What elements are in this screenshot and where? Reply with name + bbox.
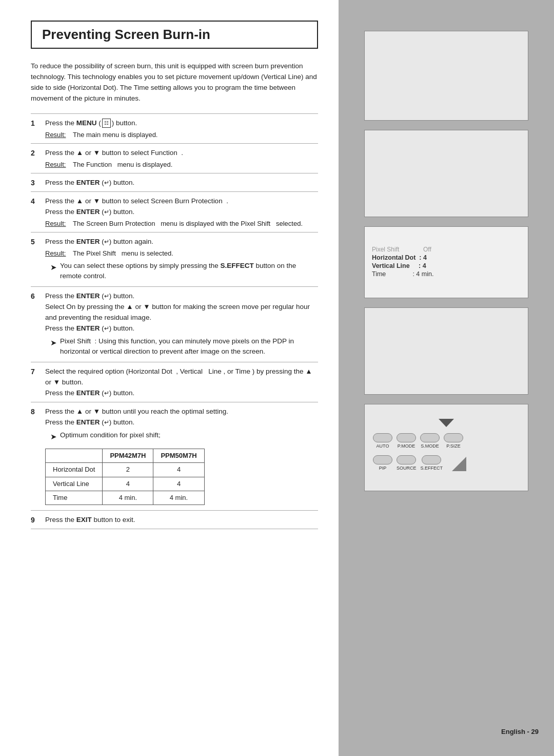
- step-row: 9 Press the EXIT button to exit.: [31, 510, 318, 529]
- remote-btn-source: SOURCE: [397, 455, 417, 471]
- step-number: 1: [31, 118, 45, 127]
- remote-label-seffect: S.EFFECT: [421, 466, 443, 471]
- step-content: Press the EXIT button to exit.: [45, 515, 318, 526]
- svg-marker-0: [439, 419, 454, 427]
- table-cell-label: Vertical Line: [46, 477, 103, 491]
- step-row: 3 Press the ENTER (↵) button.: [31, 173, 318, 191]
- step-content: Press the ENTER (↵) button.: [45, 178, 318, 188]
- table-row: Horizontal Dot 2 4: [46, 463, 205, 477]
- note-row: ➤ Pixel Shift : Using this function, you…: [50, 334, 318, 359]
- pixel-shift-table: PPM42M7H PPM50M7H Horizontal Dot 2 4: [45, 449, 205, 505]
- note-text: You can select these options by simply p…: [60, 261, 318, 282]
- table-cell-value: 4: [153, 463, 204, 477]
- svg-marker-1: [452, 457, 466, 471]
- step-number: 9: [31, 515, 45, 524]
- step-content: Press the ▲ or ▼ button to select Screen…: [45, 196, 318, 229]
- step-row: 4 Press the ▲ or ▼ button to select Scre…: [31, 191, 318, 232]
- remote-label-pip: PIP: [379, 466, 387, 471]
- table-cell-value: 4 min.: [103, 491, 153, 505]
- table-header-ppm42: PPM42M7H: [103, 449, 153, 463]
- sidebar-image-box-2: [364, 130, 528, 217]
- optimum-table-wrapper: PPM42M7H PPM50M7H Horizontal Dot 2 4: [45, 449, 318, 505]
- enter-icon: ↵: [104, 292, 109, 301]
- remote-label-pmode: P.MODE: [398, 443, 415, 449]
- remote-btn-auto: AUTO: [373, 433, 392, 449]
- arrow-icon: ➤: [50, 431, 57, 442]
- result-label: Result:: [45, 219, 70, 229]
- down-arrow-indicator: [365, 413, 528, 428]
- remote-label-smode: S.MODE: [421, 443, 439, 449]
- step-number: 4: [31, 196, 45, 205]
- remote-btn-pmode: P.MODE: [397, 433, 416, 449]
- step-row: 5 Press the ENTER (↵) button again. Resu…: [31, 232, 318, 287]
- remote-btn-seffect[interactable]: S.EFFECT: [421, 455, 443, 471]
- table-cell-value: 2: [103, 463, 153, 477]
- step-row: 2 Press the ▲ or ▼ button to select Func…: [31, 143, 318, 173]
- footer-text: English - 29: [501, 728, 539, 735]
- note-row: ➤ Optimum condition for pixel shift;: [50, 428, 318, 444]
- enter-icon: ↵: [104, 418, 109, 428]
- down-arrow-icon: [439, 418, 454, 428]
- table-cell-value: 4: [153, 477, 204, 491]
- step-content: Press the ENTER (↵) button. Select On by…: [45, 291, 318, 359]
- remote-btn-pip: PIP: [373, 455, 392, 471]
- step-content: Press the ENTER (↵) button again. Result…: [45, 237, 318, 284]
- result-label: Result:: [45, 130, 70, 140]
- note-text: Pixel Shift : Using this function, you c…: [60, 336, 318, 357]
- main-content: Preventing Screen Burn-in To reduce the …: [0, 0, 339, 756]
- step-content: Press the ▲ or ▼ button until you reach …: [45, 406, 318, 507]
- enter-icon: ↵: [104, 237, 109, 247]
- enter-icon: ↵: [104, 324, 109, 334]
- steps-section: 1 Press the MENU (☷) button. Result: The…: [31, 113, 318, 529]
- table-cell-label: Time: [46, 491, 103, 505]
- step-number: 8: [31, 406, 45, 416]
- table-cell-label: Horizontal Dot: [46, 463, 103, 477]
- result-text: The Pixel Shift menu is selected.: [73, 248, 173, 259]
- remote-buttons-area: AUTO P.MODE S.MODE P.SIZE: [365, 428, 528, 482]
- table-row: Time 4 min. 4 min.: [46, 491, 205, 505]
- step-content: Press the ▲ or ▼ button to select Functi…: [45, 148, 318, 170]
- table-cell-value: 4: [103, 477, 153, 491]
- step-number: 6: [31, 291, 45, 300]
- intro-paragraph: To reduce the possibility of screen burn…: [31, 61, 318, 104]
- menu-horizontal-dot: Horizontal Dot : 4: [372, 254, 427, 261]
- remote-row-2: PIP SOURCE S.EFFECT: [373, 452, 520, 474]
- menu-icon: ☷: [102, 119, 111, 128]
- page-footer: English - 29: [354, 718, 539, 735]
- step-row: 7 Select the required option (Horizontal…: [31, 362, 318, 402]
- remote-label-auto: AUTO: [377, 443, 389, 449]
- sidebar-menu-box: Pixel Shift Off Horizontal Dot : 4 Verti…: [364, 226, 528, 298]
- enter-icon: ↵: [104, 389, 109, 398]
- remote-row-1: AUTO P.MODE S.MODE P.SIZE: [373, 433, 520, 449]
- table-cell-value: 4 min.: [153, 491, 204, 505]
- step-number: 2: [31, 148, 45, 157]
- step-row: 8 Press the ▲ or ▼ button until you reac…: [31, 402, 318, 510]
- page-title: Preventing Screen Burn-in: [31, 21, 318, 49]
- note-text: Optimum condition for pixel shift;: [60, 430, 161, 440]
- arrow-icon: ➤: [50, 261, 57, 273]
- sidebar-remote-box: AUTO P.MODE S.MODE P.SIZE: [364, 404, 528, 491]
- step-number: 3: [31, 178, 45, 187]
- result-text: The Screen Burn Protection menu is displ…: [73, 219, 303, 229]
- step-content: Press the MENU (☷) button. Result: The m…: [45, 118, 318, 140]
- table-header-empty: [46, 449, 103, 463]
- remote-btn-psize: P.SIZE: [444, 433, 463, 449]
- menu-time: Time : 4 min.: [372, 270, 433, 278]
- result-label: Result:: [45, 160, 70, 170]
- arrow-icon: ➤: [50, 337, 57, 348]
- step-number: 5: [31, 237, 45, 246]
- seffect-highlight: [447, 452, 469, 474]
- table-header-ppm50: PPM50M7H: [153, 449, 204, 463]
- step-number: 7: [31, 366, 45, 376]
- menu-pixel-shift: Pixel Shift Off: [372, 246, 431, 253]
- seffect-triangle-icon: [448, 453, 468, 473]
- step-row: 6 Press the ENTER (↵) button. Select On …: [31, 286, 318, 362]
- menu-vertical-line: Vertical Line : 4: [372, 262, 426, 269]
- result-label: Result:: [45, 248, 70, 259]
- remote-btn-smode: S.MODE: [420, 433, 440, 449]
- enter-icon: ↵: [104, 207, 109, 217]
- result-text: The Function menu is displayed.: [73, 160, 172, 170]
- sidebar-image-box-1: [364, 31, 528, 121]
- sidebar: Pixel Shift Off Horizontal Dot : 4 Verti…: [339, 0, 554, 756]
- table-row: Vertical Line 4 4: [46, 477, 205, 491]
